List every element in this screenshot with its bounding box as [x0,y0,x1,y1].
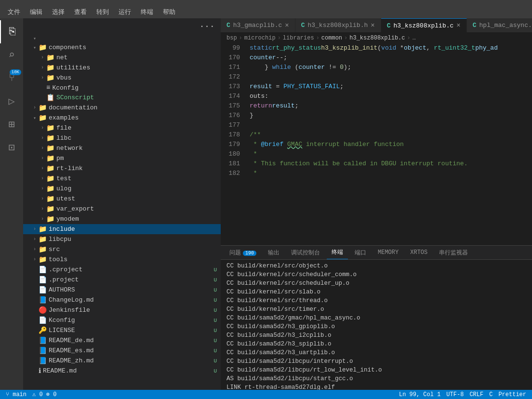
status-right-3[interactable]: C [489,391,492,398]
sidebar-item-tools[interactable]: ›📁tools [23,254,221,265]
tab-hpl[interactable]: Chpl_mac_async.c× [467,18,532,32]
panel-tab-output[interactable]: 输出 [263,246,284,259]
sidebar-item-vbus[interactable]: ›📁vbus [23,73,221,83]
tree-badge-Kconfig2: U [213,318,217,323]
tree-label-README.md: README.md [43,367,213,374]
sidebar-item-src[interactable]: ›📁src [23,244,221,254]
sidebar-item-ulog[interactable]: ›📁ulog [23,184,221,194]
code-editor[interactable]: 9917017117217317417517617717817918018118… [221,43,532,245]
tree-root[interactable]: ▾ [23,35,221,42]
status-right-0[interactable]: Ln 99, Col 1 [399,391,440,398]
editor-area: Ch3_gmacplib.c×Ch3_ksz808xplib.h×Ch3_ksz… [221,18,532,390]
code-line: /** [250,130,526,140]
sidebar-item-ymodem[interactable]: ›📁ymodem [23,214,221,224]
sidebar-item-utilities[interactable]: ›📁utilities [23,63,221,73]
tab-ksz-c[interactable]: Ch3_ksz808xplib.c× [381,18,467,32]
status-left-1[interactable]: ⚠ 0 ⊗ 0 [32,391,56,398]
code-content[interactable]: static rt_phy_status h3_kszplib_init(voi… [244,43,532,245]
extensions-icon[interactable]: ⊞ [0,113,23,136]
tree-label-SConscript: SConscript [56,94,221,101]
status-left-0[interactable]: ⑂ main [6,391,27,398]
terminal-line: CC build/kernel/src/scheduler_up.o [226,279,526,288]
sidebar-item-include[interactable]: ›📁include [23,224,221,234]
tab-close-tab-ksz-c[interactable]: × [456,22,460,29]
remote-icon[interactable]: ⊡ [0,136,23,159]
sidebar-item-AUTHORS[interactable]: 📄AUTHORSU [23,285,221,295]
tree-label-utilities: utilities [56,64,221,71]
panel-tab-xrtos[interactable]: XRTOS [405,247,432,258]
status-right-2[interactable]: CRLF [469,391,483,398]
sidebar-content[interactable]: ▾ ▾📁components›📁net›📁utilities›📁vbus≡Kco… [23,35,221,390]
menu-item-转到[interactable]: 转到 [93,7,113,17]
breadcrumb-item-4[interactable]: h3_ksz808xplib.c [349,35,405,41]
menu-item-终端[interactable]: 终端 [137,7,157,17]
panel-tab-memory[interactable]: MEMORY [373,247,403,258]
menu-item-文件[interactable]: 文件 [4,7,24,17]
sidebar-item-network[interactable]: ›📁network [23,143,221,153]
breadcrumb-item-2[interactable]: libraries [283,35,314,41]
breadcrumb-item-0[interactable]: bsp [226,35,237,41]
sidebar-item-Kconfig2[interactable]: 📄KconfigU [23,315,221,325]
code-line: static rt_phy_status h3_kszplib_init(voi… [250,43,526,53]
run-icon[interactable]: ▷ [0,90,23,113]
sidebar-item-.project[interactable]: 📄.projectU [23,275,221,285]
sidebar-item-documentation[interactable]: ›📁documentation [23,103,221,113]
sidebar-more-icon[interactable]: ··· [200,22,215,31]
status-right-4[interactable]: Prettier [498,391,526,398]
panel-tab-terminal[interactable]: 终端 [327,246,348,259]
sidebar-item-examples[interactable]: ▾📁examples [23,113,221,123]
sidebar-item-test[interactable]: ›📁test [23,173,221,184]
menu-item-编辑[interactable]: 编辑 [26,7,46,17]
tree-label-vbus: vbus [56,74,221,81]
tab-ksz-h[interactable]: Ch3_ksz808xplib.h× [295,18,381,32]
sidebar-item-libcpu[interactable]: ›📁libcpu [23,234,221,244]
status-right-1[interactable]: UTF-8 [446,391,464,398]
panel-tab-debug-console[interactable]: 调试控制台 [286,246,325,259]
tab-close-tab-ksz-h[interactable]: × [371,22,374,29]
sidebar-item-ChangeLog.md[interactable]: 📘ChangeLog.mdU [23,295,221,305]
menu-item-选择[interactable]: 选择 [48,7,68,17]
tree-label-README_de.md: README_de.md [49,337,213,344]
sidebar-item-file[interactable]: ›📁file [23,123,221,133]
tree-arrow-ulog: › [39,186,46,191]
sidebar-item-Jenkinsfile[interactable]: 🔴JenkinsfileU [23,305,221,315]
sidebar-item-SConscript[interactable]: 📋SConscript [23,93,221,103]
status-left: ⑂ main⚠ 0 ⊗ 0 [6,391,56,398]
menu-item-帮助[interactable]: 帮助 [159,7,179,17]
sidebar-item-net[interactable]: ›📁net [23,53,221,63]
panel-tab-serial-monitor[interactable]: 串行监视器 [434,246,473,259]
tab-close-tab-gmac[interactable]: × [285,22,289,29]
sidebar-item-components[interactable]: ▾📁components [23,42,221,53]
panel-tab-problems[interactable]: 问题190 [225,246,261,259]
tree-label-var_export: var_export [56,205,221,213]
breadcrumb-item-5[interactable]: … [412,35,416,41]
sidebar-item-Kconfig[interactable]: ≡Kconfig [23,83,221,93]
breadcrumb-item-1[interactable]: microchip [244,35,276,41]
sidebar-item-.cproject[interactable]: 📄.cprojectU [23,265,221,275]
panel-badge-problems: 190 [243,251,256,256]
breadcrumb-sep-2: › [316,35,319,41]
menu-item-运行[interactable]: 运行 [115,7,135,17]
terminal-content[interactable]: CC build/kernel/src/object.oCC build/ker… [221,260,532,390]
status-bar: ⑂ main⚠ 0 ⊗ 0 Ln 99, Col 1UTF-8CRLFCPret… [0,390,532,399]
sidebar-item-utest[interactable]: ›📁utest [23,194,221,204]
source-control-icon[interactable]: ⑂10K [0,66,23,90]
tab-label-tab-gmac: h3_gmacplib.c [233,22,282,29]
sidebar-item-libc[interactable]: ›📁libc [23,133,221,143]
sidebar-item-README_es.md[interactable]: 📘README_es.mdU [23,346,221,356]
files-icon[interactable]: ⎘ [0,20,23,43]
breadcrumb-item-3[interactable]: common [321,35,342,41]
sidebar-item-rt-link[interactable]: ›📁rt-link [23,163,221,173]
sidebar-item-LICENSE[interactable]: 🔑LICENSEU [23,325,221,335]
panel-tab-ports[interactable]: 端口 [350,246,371,259]
terminal-line: CC build/kernel/src/object.o [226,262,526,270]
sidebar-item-pm[interactable]: ›📁pm [23,153,221,163]
tab-gmac[interactable]: Ch3_gmacplib.c× [221,18,295,32]
sidebar-item-var_export[interactable]: ›📁var_export [23,204,221,214]
sidebar-item-README.md[interactable]: ℹREADME.mdU [23,366,221,376]
sidebar-item-README_de.md[interactable]: 📘README_de.mdU [23,335,221,346]
tree-label-Kconfig: Kconfig [52,84,221,92]
sidebar-item-README_zh.md[interactable]: 📘README_zh.mdU [23,356,221,366]
menu-item-查看[interactable]: 查看 [70,7,91,17]
search-icon[interactable]: ⌕ [0,43,23,66]
